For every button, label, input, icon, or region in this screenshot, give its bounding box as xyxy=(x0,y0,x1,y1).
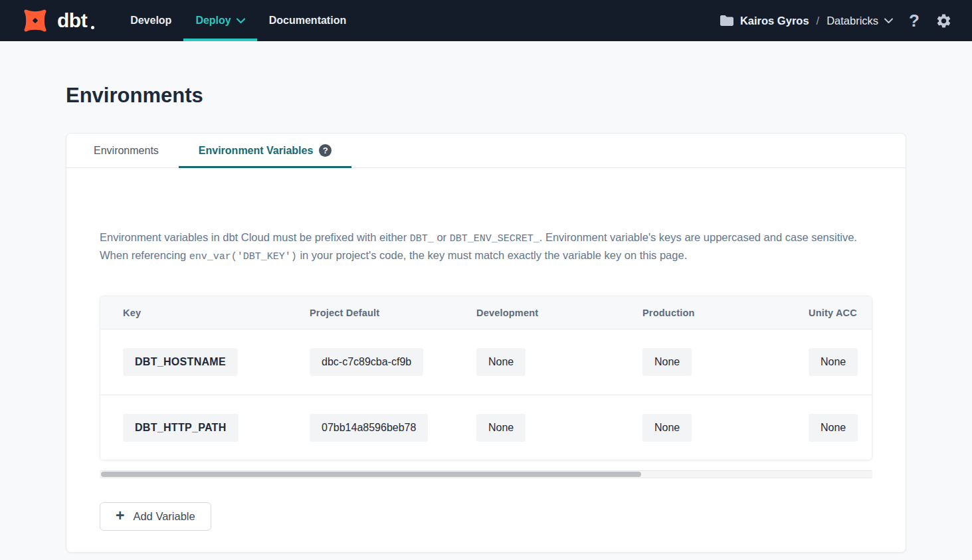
brand-trademark-dot xyxy=(91,26,94,29)
cell-key: DBT_HTTP_PATH xyxy=(100,414,287,442)
cell-project-default: dbc-c7c89cba-cf9b xyxy=(287,348,454,376)
column-header-key: Key xyxy=(100,308,287,318)
folder-icon xyxy=(720,15,734,27)
production-value-chip[interactable]: None xyxy=(642,414,692,442)
settings-button[interactable] xyxy=(935,13,952,29)
tab-label: Environment Variables xyxy=(199,145,314,157)
environment-name: Databricks xyxy=(826,15,878,27)
cell-production: None xyxy=(620,414,786,442)
cell-project-default: 07bb14a8596beb78 xyxy=(287,414,454,442)
nav-item-label: Deploy xyxy=(195,15,231,27)
dbt-logo-icon xyxy=(20,5,50,36)
nav-item-develop[interactable]: Develop xyxy=(118,0,183,41)
table-row: DBT_HOSTNAME dbc-c7c89cba-cf9b None None… xyxy=(100,329,872,395)
code-dbt-prefix: DBT_ xyxy=(410,233,434,244)
variable-key-chip[interactable]: DBT_HOSTNAME xyxy=(123,348,238,376)
nav-item-documentation[interactable]: Documentation xyxy=(257,0,358,41)
tab-help-icon[interactable]: ? xyxy=(319,144,332,157)
cell-unity-acc: None xyxy=(786,348,872,376)
cell-development: None xyxy=(454,414,620,442)
column-header-development: Development xyxy=(454,308,620,318)
cell-unity-acc: None xyxy=(786,414,872,442)
environments-card: Environments Environment Variables ? Env… xyxy=(66,133,906,553)
breadcrumb-separator: / xyxy=(815,15,821,27)
primary-nav: Develop Deploy Documentation xyxy=(118,0,358,41)
nav-right: Kairos Gyros / Databricks ? xyxy=(720,12,952,29)
horizontal-scrollbar[interactable] xyxy=(100,470,872,478)
env-vars-description: Environment variables in dbt Cloud must … xyxy=(100,229,872,265)
project-default-chip[interactable]: 07bb14a8596beb78 xyxy=(310,414,428,442)
unity-acc-value-chip[interactable]: None xyxy=(809,414,858,442)
question-mark-glyph: ? xyxy=(323,145,328,155)
top-nav: dbt Develop Deploy Documentation Kairos … xyxy=(0,0,972,41)
table-header-row: Key Project Default Development Producti… xyxy=(100,296,872,329)
unity-acc-value-chip[interactable]: None xyxy=(809,348,858,376)
column-header-unity-acc: Unity ACC xyxy=(786,308,872,318)
cell-production: None xyxy=(620,348,786,376)
production-value-chip[interactable]: None xyxy=(642,348,692,376)
project-name: Kairos Gyros xyxy=(740,15,809,27)
project-switcher[interactable]: Kairos Gyros / Databricks xyxy=(720,15,893,27)
code-dbt-env-secret-prefix: DBT_ENV_SECRET_ xyxy=(450,233,539,244)
code-env-var-reference: env_var('DBT_KEY') xyxy=(189,251,297,262)
environment-variables-table: Key Project Default Development Producti… xyxy=(100,296,872,460)
development-value-chip[interactable]: None xyxy=(476,348,526,376)
scrollbar-thumb[interactable] xyxy=(101,472,641,477)
tab-environments[interactable]: Environments xyxy=(74,134,179,167)
project-default-chip[interactable]: dbc-c7c89cba-cf9b xyxy=(310,348,423,376)
plus-icon: + xyxy=(116,508,124,523)
nav-item-deploy[interactable]: Deploy xyxy=(183,0,256,41)
nav-item-label: Develop xyxy=(130,15,171,27)
tab-label: Environments xyxy=(94,145,159,157)
page-content: Environments Environments Environment Va… xyxy=(0,84,972,553)
help-button[interactable]: ? xyxy=(909,12,920,29)
variable-key-chip[interactable]: DBT_HTTP_PATH xyxy=(123,414,239,442)
column-header-production: Production xyxy=(620,308,786,318)
dbt-logo[interactable]: dbt xyxy=(20,5,94,36)
tab-panel-environment-variables: Environment variables in dbt Cloud must … xyxy=(66,229,906,552)
column-header-project-default: Project Default xyxy=(287,308,454,318)
help-icon: ? xyxy=(909,12,920,29)
add-variable-button[interactable]: + Add Variable xyxy=(100,502,211,531)
nav-item-label: Documentation xyxy=(269,15,346,27)
description-line-1: Environment variables in dbt Cloud must … xyxy=(100,229,872,247)
cell-development: None xyxy=(454,348,620,376)
chevron-down-icon xyxy=(237,18,245,24)
table-row: DBT_HTTP_PATH 07bb14a8596beb78 None None… xyxy=(100,395,872,460)
description-line-2: When referencing env_var('DBT_KEY') in y… xyxy=(100,247,872,265)
tab-environment-variables[interactable]: Environment Variables ? xyxy=(179,134,352,167)
cell-key: DBT_HOSTNAME xyxy=(100,348,287,376)
page-title: Environments xyxy=(66,84,906,108)
development-value-chip[interactable]: None xyxy=(476,414,526,442)
chevron-down-icon xyxy=(884,18,893,24)
tab-bar: Environments Environment Variables ? xyxy=(66,134,906,168)
gear-icon xyxy=(935,13,952,29)
add-variable-label: Add Variable xyxy=(133,510,195,523)
brand-name: dbt xyxy=(57,9,87,32)
